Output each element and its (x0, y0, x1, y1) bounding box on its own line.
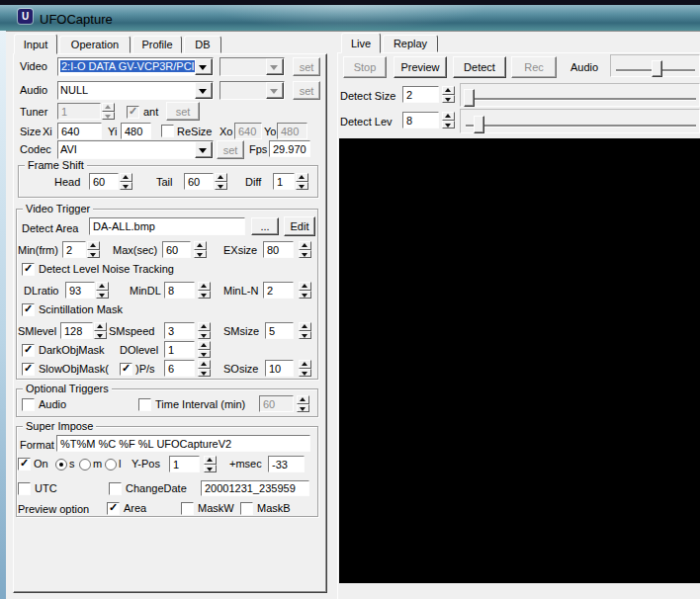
detect-size-slider-thumb[interactable] (464, 89, 475, 107)
preview-button[interactable]: Preview (394, 56, 447, 78)
spinner-up-icon[interactable] (299, 241, 311, 250)
spinner-up-icon[interactable] (94, 322, 107, 331)
spinner-up-icon[interactable] (194, 241, 207, 250)
size-yi-input[interactable] (121, 123, 151, 139)
spinner-down-icon[interactable] (198, 350, 211, 359)
dolevel-input[interactable] (164, 341, 195, 358)
ps-spinner[interactable] (198, 360, 211, 377)
diff-spinner[interactable] (296, 173, 308, 190)
spinner-up-icon[interactable] (215, 173, 227, 182)
detect-size-spinner[interactable] (442, 86, 455, 103)
tail-spinner[interactable] (215, 173, 227, 190)
spinner-down-icon[interactable] (198, 291, 211, 300)
detect-lev-slider-thumb[interactable] (474, 116, 484, 133)
spinner-down-icon[interactable] (198, 331, 211, 340)
head-spinner[interactable] (120, 173, 132, 190)
dolevel-spinner[interactable] (198, 341, 211, 358)
spinner-down-icon[interactable] (299, 331, 311, 340)
spinner-up-icon[interactable] (198, 341, 211, 350)
spinner-down-icon[interactable] (94, 331, 107, 340)
spinner-down-icon[interactable] (442, 95, 455, 104)
smlevel-input[interactable] (60, 322, 93, 339)
size-xi-input[interactable] (57, 123, 102, 139)
detect-lev-slider[interactable] (460, 109, 700, 133)
maskw-checkbox[interactable] (181, 502, 194, 515)
spinner-down-icon[interactable] (215, 182, 227, 191)
min-frm-spinner[interactable] (87, 241, 100, 258)
detect-lev-input[interactable] (402, 112, 439, 128)
exsize-input[interactable] (263, 241, 294, 258)
detect-button[interactable]: Detect (453, 56, 506, 78)
dropdown-arrow-icon[interactable] (195, 82, 213, 99)
smsize-spinner[interactable] (299, 322, 311, 339)
dropdown-arrow-icon[interactable] (195, 141, 213, 158)
spinner-up-icon[interactable] (120, 173, 132, 182)
spinner-up-icon[interactable] (198, 282, 211, 291)
spinner-up-icon[interactable] (442, 112, 455, 121)
smspeed-input[interactable] (164, 322, 195, 339)
changedate-checkbox[interactable] (109, 482, 122, 495)
detect-area-edit-button[interactable]: Edit (284, 216, 315, 236)
tab-operation[interactable]: Operation (59, 36, 131, 53)
exsize-spinner[interactable] (299, 241, 311, 258)
slowobjmask-checkbox[interactable] (22, 363, 35, 376)
spinner-down-icon[interactable] (442, 121, 455, 129)
max-sec-input[interactable] (162, 241, 191, 258)
spinner-up-icon[interactable] (299, 360, 311, 369)
resize-checkbox[interactable] (161, 125, 174, 137)
audio-device-select[interactable]: NULL (57, 81, 214, 100)
dlratio-input[interactable] (65, 282, 95, 299)
mindl-spinner[interactable] (198, 282, 211, 299)
spinner-down-icon[interactable] (299, 369, 311, 378)
darkobjmask-checkbox[interactable] (22, 344, 35, 357)
time-interval-spinner[interactable] (297, 395, 309, 412)
detect-area-browse-button[interactable]: ... (251, 217, 279, 235)
fps-input[interactable] (269, 140, 310, 157)
ps-input[interactable] (164, 360, 195, 377)
msec-input[interactable] (268, 456, 305, 472)
changedate-input[interactable] (201, 480, 309, 496)
smsize-input[interactable] (265, 322, 294, 339)
sosize-spinner[interactable] (299, 360, 311, 377)
codec-select[interactable]: AVI (57, 140, 214, 159)
detect-size-input[interactable] (402, 86, 439, 103)
smspeed-spinner[interactable] (198, 322, 211, 339)
radio-small[interactable] (55, 459, 67, 471)
app-icon[interactable]: U (18, 9, 33, 24)
audio-trigger-checkbox[interactable] (22, 398, 35, 411)
audio-level-slider[interactable] (610, 54, 700, 77)
tab-input[interactable]: Input (14, 34, 57, 54)
utc-checkbox[interactable] (18, 482, 31, 495)
detect-lev-spinner[interactable] (442, 112, 455, 128)
spinner-up-icon[interactable] (296, 173, 308, 182)
diff-input[interactable] (273, 173, 295, 190)
format-input[interactable] (56, 435, 310, 452)
spinner-up-icon[interactable] (198, 360, 211, 369)
spinner-down-icon[interactable] (299, 291, 311, 300)
spinner-down-icon[interactable] (198, 369, 211, 378)
mindl-input[interactable] (164, 282, 195, 299)
spinner-up-icon[interactable] (204, 456, 217, 465)
spinner-down-icon[interactable] (96, 291, 109, 300)
spinner-down-icon[interactable] (120, 182, 132, 191)
spinner-down-icon[interactable] (296, 182, 308, 191)
sosize-input[interactable] (265, 360, 294, 377)
tab-live[interactable]: Live (341, 33, 381, 53)
spinner-up-icon[interactable] (299, 322, 311, 331)
ps-checkbox[interactable] (120, 363, 132, 376)
spinner-down-icon[interactable] (204, 465, 217, 473)
maskb-checkbox[interactable] (240, 502, 253, 515)
tab-replay[interactable]: Replay (383, 35, 438, 52)
on-checkbox[interactable] (18, 458, 31, 471)
spinner-up-icon[interactable] (87, 241, 100, 250)
tail-input[interactable] (184, 173, 214, 190)
smlevel-spinner[interactable] (94, 322, 107, 339)
head-input[interactable] (89, 173, 119, 190)
radio-medium[interactable] (79, 459, 91, 471)
minln-input[interactable] (263, 282, 294, 299)
spinner-up-icon[interactable] (442, 86, 455, 95)
audio-slider-thumb[interactable] (652, 60, 662, 77)
minln-spinner[interactable] (299, 282, 311, 299)
spinner-down-icon[interactable] (194, 250, 207, 259)
min-frm-input[interactable] (62, 241, 86, 258)
